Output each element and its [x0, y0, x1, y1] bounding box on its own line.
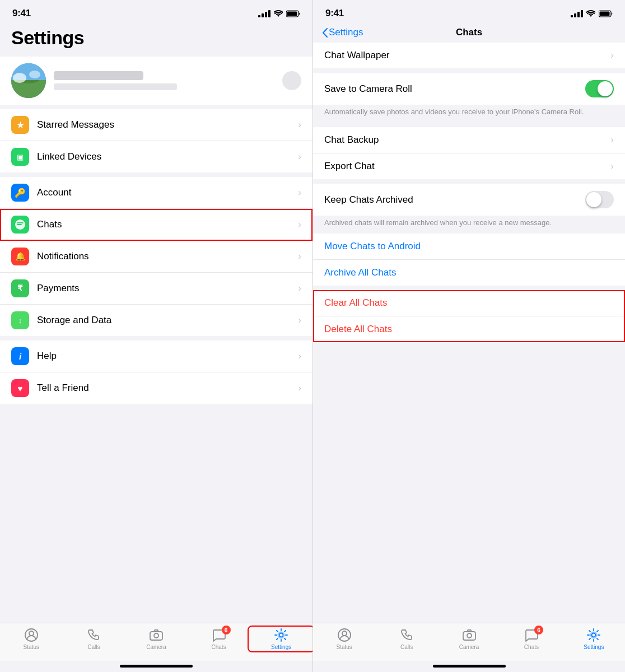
starred-chevron: › — [298, 119, 301, 130]
tab-calls-label-right: Calls — [400, 644, 413, 650]
chat-backup-row[interactable]: Chat Backup › — [313, 127, 625, 153]
tab-calls-icon-wrap — [86, 628, 101, 642]
tab-camera-left[interactable]: Camera — [125, 628, 188, 650]
tab-settings-label-left: Settings — [271, 644, 291, 650]
tell-friend-icon: ♥ — [11, 379, 29, 397]
camera-roll-row[interactable]: Save to Camera Roll — [313, 73, 625, 105]
notifications-icon: 🔔 — [11, 248, 29, 265]
profile-arrow — [282, 71, 301, 90]
linked-chevron: › — [298, 151, 301, 162]
chat-backup-chevron: › — [610, 134, 614, 146]
section-backup-export: Chat Backup › Export Chat › — [313, 127, 625, 179]
account-row[interactable]: 🔑 Account › — [0, 177, 312, 209]
notifications-row[interactable]: 🔔 Notifications › — [0, 241, 312, 273]
clear-all-row[interactable]: Clear All Chats — [313, 290, 625, 316]
time-right: 9:41 — [325, 8, 344, 19]
archive-all-row[interactable]: Archive All Chats — [313, 260, 625, 286]
svg-rect-16 — [600, 11, 610, 16]
svg-point-21 — [592, 633, 596, 637]
tab-settings-icon-wrap — [274, 628, 288, 642]
signal-icon — [258, 10, 270, 17]
move-android-row[interactable]: Move Chats to Android — [313, 234, 625, 260]
keep-archived-desc: Archived chats will remain archived when… — [313, 216, 625, 234]
payments-row[interactable]: ₹ Payments › — [0, 273, 312, 305]
tab-chats-badge-left: 6 — [222, 626, 231, 634]
nav-bar-right: Settings Chats — [313, 22, 625, 43]
keep-archived-row[interactable]: Keep Chats Archived — [313, 184, 625, 216]
tab-calls-icon-wrap-right — [399, 628, 414, 642]
delete-all-label: Delete All Chats — [324, 324, 614, 335]
tab-status-left[interactable]: Status — [0, 628, 63, 650]
clear-all-label: Clear All Chats — [324, 297, 614, 309]
time-left: 9:41 — [12, 8, 31, 19]
wallpaper-label: Chat Wallpaper — [324, 50, 610, 61]
tab-camera-label-right: Camera — [459, 644, 479, 650]
tab-chats-right[interactable]: 6 Chats — [500, 628, 562, 650]
account-label: Account — [37, 187, 290, 198]
signal-icon-right — [571, 10, 583, 17]
tab-status-label-right: Status — [337, 644, 352, 650]
section-main-settings: 🔑 Account › Chats › 🔔 Notifications › ₹ … — [0, 177, 312, 336]
account-chevron: › — [298, 187, 301, 198]
tab-settings-right[interactable]: Settings — [563, 628, 625, 650]
keep-archived-toggle[interactable] — [585, 191, 614, 208]
chats-row[interactable]: Chats › — [0, 209, 312, 241]
help-icon: i — [11, 347, 29, 365]
settings-title: Settings — [0, 22, 312, 57]
tab-chats-label-right: Chats — [524, 644, 539, 650]
spacer-2 — [313, 123, 625, 127]
status-icons-left — [258, 10, 300, 17]
tab-calls-right[interactable]: Calls — [375, 628, 437, 650]
linked-icon: ▣ — [11, 148, 29, 166]
delete-all-row[interactable]: Delete All Chats — [313, 316, 625, 342]
svg-point-12 — [154, 633, 158, 638]
tab-chats-badge-right: 6 — [534, 626, 543, 634]
tab-chats-left[interactable]: 6 Chats — [188, 628, 250, 650]
wallpaper-row[interactable]: Chat Wallpaper › — [313, 43, 625, 68]
camera-roll-label: Save to Camera Roll — [324, 83, 585, 95]
storage-row[interactable]: ↕ Storage and Data › — [0, 305, 312, 336]
storage-chevron: › — [298, 315, 301, 326]
tab-settings-label-right: Settings — [584, 644, 604, 650]
profile-name-blur — [54, 71, 143, 80]
home-indicator-right — [433, 665, 506, 668]
nav-back-button[interactable]: Settings — [322, 27, 363, 38]
starred-messages-row[interactable]: ★ Starred Messages › — [0, 109, 312, 141]
toggle-knob-camera — [598, 81, 613, 96]
svg-point-20 — [467, 633, 472, 638]
battery-icon-right — [599, 10, 613, 17]
tell-friend-row[interactable]: ♥ Tell a Friend › — [0, 372, 312, 404]
tab-settings-icon-wrap-right — [586, 628, 601, 642]
tab-camera-right[interactable]: Camera — [438, 628, 500, 650]
starred-label: Starred Messages — [37, 119, 290, 130]
payments-label: Payments — [37, 283, 290, 294]
section-starred-linked: ★ Starred Messages › ▣ Linked Devices › — [0, 109, 312, 172]
svg-point-7 — [29, 71, 40, 78]
account-icon: 🔑 — [11, 184, 29, 202]
status-bar-right: 9:41 — [313, 0, 625, 22]
export-chat-row[interactable]: Export Chat › — [313, 153, 625, 179]
tab-settings-left[interactable]: Settings — [250, 628, 312, 650]
archive-all-label: Archive All Chats — [324, 267, 614, 278]
tab-camera-icon-wrap — [149, 628, 164, 642]
tab-status-icon-wrap-right — [337, 628, 352, 642]
chat-backup-label: Chat Backup — [324, 134, 610, 146]
svg-point-6 — [13, 73, 26, 83]
tab-chats-icon-wrap-left: 6 — [212, 628, 226, 642]
tab-calls-label-left: Calls — [87, 644, 100, 650]
help-chevron: › — [298, 351, 301, 362]
right-panel: 9:41 Settings Chats C — [312, 0, 625, 672]
camera-roll-toggle[interactable] — [585, 80, 614, 97]
linked-devices-row[interactable]: ▣ Linked Devices › — [0, 141, 312, 172]
profile-row[interactable] — [0, 57, 312, 105]
help-row[interactable]: i Help › — [0, 340, 312, 372]
chats-chevron: › — [298, 219, 301, 230]
starred-icon: ★ — [11, 116, 29, 134]
tab-calls-left[interactable]: Calls — [63, 628, 125, 650]
avatar-image — [11, 63, 46, 98]
nav-title: Chats — [456, 27, 482, 38]
section-clear-delete: Clear All Chats Delete All Chats — [313, 290, 625, 342]
keep-archived-label: Keep Chats Archived — [324, 194, 585, 206]
tab-status-right[interactable]: Status — [313, 628, 375, 650]
wallpaper-chevron: › — [610, 50, 614, 61]
